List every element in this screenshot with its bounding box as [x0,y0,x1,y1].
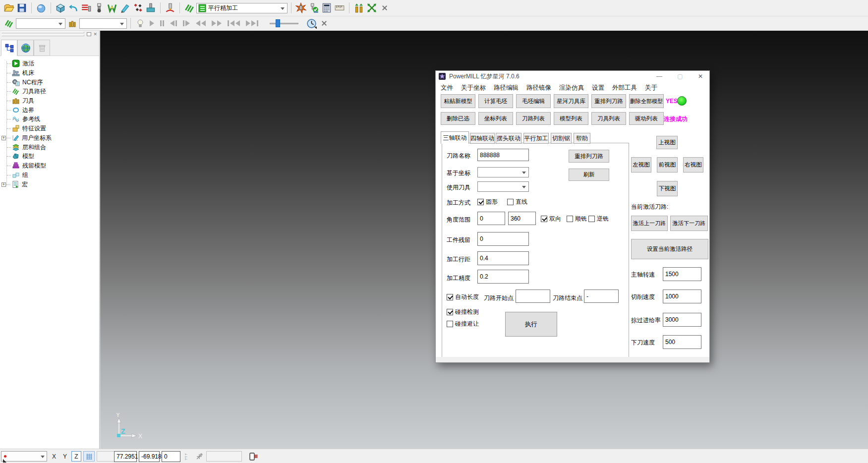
device-pause-icon[interactable] [247,451,259,462]
resize-grip[interactable] [3,459,6,463]
tool-library-button[interactable]: 星河刀具库 [554,94,588,108]
expand-icon[interactable]: + [1,182,6,187]
spindle-speed-input[interactable] [663,267,701,281]
angle-from-input[interactable] [477,212,505,225]
close-panel-icon[interactable]: ✕ [93,32,97,37]
toolpath-coil-icon[interactable] [183,2,195,14]
close-button[interactable]: ✕ [694,71,707,81]
axis-y-button[interactable]: Y [60,451,69,462]
grid-button[interactable] [83,451,95,462]
tree-item-boundaries[interactable]: 边界 [0,106,34,115]
workplane-select[interactable] [1,451,47,462]
tree-item-feature-sets[interactable]: 特征设置 [0,124,46,133]
measure-ruler-icon[interactable] [334,2,346,14]
view-bottom-button[interactable]: 下视图 [657,181,678,196]
auto-length-checkbox[interactable]: 自动长度 [447,293,479,301]
collision-avoid-checkbox[interactable]: 碰撞避让 [447,320,479,328]
bulb-icon[interactable] [134,17,146,29]
save-project-icon[interactable] [16,2,28,14]
clock-icon[interactable] [305,17,317,29]
view-right-button[interactable]: 右视图 [683,157,703,173]
based-coord-select[interactable] [477,167,529,177]
speed-slider[interactable] [270,19,298,28]
tab-saw[interactable]: 切割锯 [551,133,572,144]
coord-list-button[interactable]: 坐标列表 [478,112,513,125]
ballnose-tool-icon[interactable] [93,2,105,14]
calculator-icon[interactable] [321,2,333,14]
toolpath-name-input[interactable] [477,149,529,161]
clamp-icon[interactable] [106,2,118,14]
view-front-button[interactable]: 前视图 [657,157,678,173]
menu-coords[interactable]: 关于坐标 [457,84,490,92]
both-direction-checkbox[interactable]: 双向 [541,215,561,223]
cutting-feed-input[interactable] [663,289,701,303]
collision-check-icon[interactable] [295,2,307,14]
tree-item-nc-programs[interactable]: NC程序 [0,78,43,87]
menu-about[interactable]: 关于 [641,84,661,92]
tree-item-groups[interactable]: 组 [0,171,28,179]
toolpath-edit-icon[interactable] [80,2,92,14]
mode-circle-checkbox[interactable]: 圆形 [477,198,498,206]
paste-model-button[interactable]: 粘贴新模型 [441,94,475,108]
activate-prev-path-button[interactable]: 激活上一刀路 [631,216,668,231]
tab-explorer[interactable] [1,40,17,56]
end-point-input[interactable] [584,289,619,303]
tree-item-patterns[interactable]: 参考线 [0,115,40,123]
sim-tool-select[interactable] [79,18,127,29]
fast-forward-icon[interactable] [209,20,224,26]
tolerance-input[interactable] [477,270,529,284]
rearrange-button[interactable]: 重排列刀路 [569,150,609,163]
grid-size-field[interactable] [97,451,115,462]
tree-item-models[interactable]: 模型 [0,152,34,161]
maximize-button[interactable]: ▢ [674,71,687,81]
menu-render-sim[interactable]: 渲染仿真 [555,84,588,92]
minimize-button[interactable]: — [653,71,666,81]
tree-item-machine[interactable]: 机床 [0,68,34,77]
coord-y-value[interactable]: -69.918 [139,451,160,462]
model-list-button[interactable]: 模型列表 [554,112,588,125]
view-top-button[interactable]: 上视图 [656,136,678,149]
undo-arrow-icon[interactable] [67,2,79,14]
menu-external-tools[interactable]: 外部工具 [608,84,641,92]
menu-settings[interactable]: 设置 [588,84,608,92]
sim-toolpath-select[interactable] [16,18,65,29]
play-icon[interactable] [147,20,157,26]
stock-remain-input[interactable] [477,232,529,246]
tab-recycle-bin[interactable] [34,40,50,56]
step-back-icon[interactable] [168,20,179,26]
tool-list-button[interactable]: 刀具列表 [591,112,626,125]
climb-mill-checkbox[interactable]: 顺铣 [567,215,587,223]
close-toolbar-icon[interactable] [318,17,330,29]
scatter-points-icon[interactable] [132,2,144,14]
status-input-field[interactable] [206,451,242,462]
slider-handle[interactable] [276,19,280,27]
coord-z-value[interactable]: 0 [162,451,180,462]
tab-globe[interactable] [17,40,34,56]
expand-icon[interactable]: + [1,136,6,140]
tree-item-tools[interactable]: 刀具 [0,96,34,105]
view-left-button[interactable]: 左视图 [631,157,651,173]
drive-list-button[interactable]: 驱动列表 [629,112,664,125]
render-ball-icon[interactable] [35,2,47,14]
tree-item-stock-models[interactable]: 残留模型 [0,161,46,170]
menu-path-mirror[interactable]: 路径镜像 [522,84,555,92]
step-forward-icon[interactable] [180,20,192,26]
edit-stock-button[interactable]: 毛坯编辑 [516,94,551,108]
plunge-feed-input[interactable] [663,335,701,349]
tool-raise-icon[interactable] [353,2,365,14]
tab-tilt-head[interactable]: 摆头联动 [496,133,521,144]
tab-help[interactable]: 帮助 [574,133,590,144]
menu-file[interactable]: 文件 [437,84,457,92]
refresh-button[interactable]: 刷新 [569,169,609,181]
tool-arc-icon[interactable] [164,2,176,14]
stepover-input[interactable] [477,251,529,265]
dialog-titlebar[interactable]: PowerMILL 忆梦星河 7.0.6 — ▢ ✕ [436,71,709,82]
tool-verify-icon[interactable] [308,2,320,14]
pause-icon[interactable] [158,20,167,26]
tree-item-macros[interactable]: +宏 [0,180,28,189]
graphics-viewport[interactable]: Y X Z PowerMILL 忆梦星河 7.0.6 — ▢ ✕ 文件 关于坐标… [100,31,868,449]
conventional-mill-checkbox[interactable]: 逆铣 [588,215,609,223]
create-block-icon[interactable] [55,2,66,14]
use-tool-select[interactable] [477,181,529,192]
delete-selected-button[interactable]: 删除已选 [441,112,475,125]
